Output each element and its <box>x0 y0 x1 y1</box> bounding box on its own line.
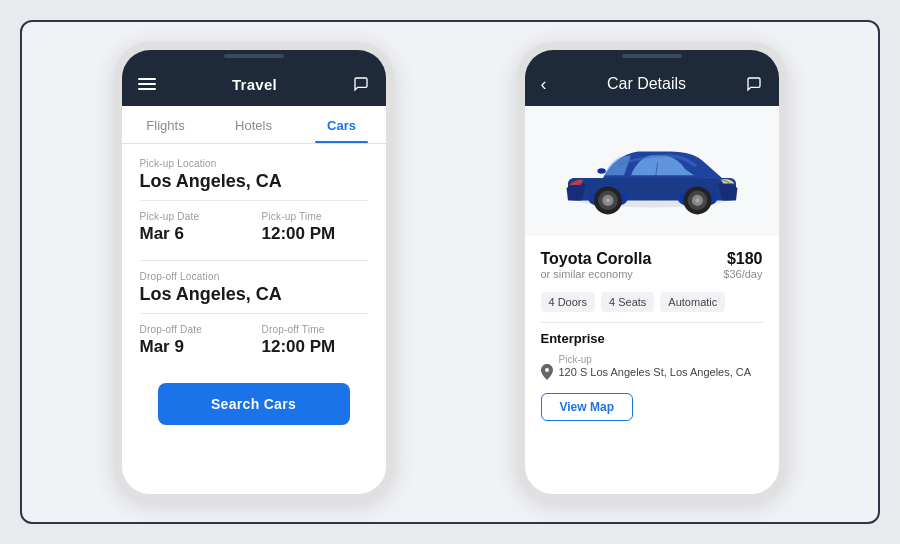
car-price-col: $180 $36/day <box>723 250 762 280</box>
feature-seats: 4 Seats <box>601 292 654 312</box>
chat-icon[interactable] <box>353 76 369 92</box>
chat-icon-right[interactable] <box>746 76 762 92</box>
pickup-details: Pick-up 120 S Los Angeles St, Los Angele… <box>559 354 752 380</box>
pickup-time-field: Pick-up Time 12:00 PM <box>262 211 368 252</box>
dropoff-time-field: Drop-off Time 12:00 PM <box>262 324 368 365</box>
tab-hotels[interactable]: Hotels <box>210 106 298 143</box>
car-features: 4 Doors 4 Seats Automatic <box>541 292 763 312</box>
pin-icon <box>541 364 553 383</box>
tab-cars[interactable]: Cars <box>298 106 386 143</box>
right-phone-title: Car Details <box>607 75 686 93</box>
car-image <box>547 122 757 220</box>
dropoff-date-field: Drop-off Date Mar 9 <box>140 324 246 365</box>
left-phone-title: Travel <box>232 76 277 93</box>
dropoff-datetime-row: Drop-off Date Mar 9 Drop-off Time 12:00 … <box>140 324 368 365</box>
svg-point-8 <box>695 198 699 202</box>
car-name-price-row: Toyota Corolla or similar economy $180 $… <box>541 250 763 290</box>
pickup-location-field: Pick-up Location Los Angeles, CA <box>140 158 368 192</box>
scene: Travel Flights Hotels Cars Pick-up Locat… <box>20 20 880 524</box>
tab-bar: Flights Hotels Cars <box>122 106 386 144</box>
left-notch <box>122 50 386 62</box>
back-button[interactable]: ‹ <box>541 74 547 95</box>
dropoff-location-field: Drop-off Location Los Angeles, CA <box>140 271 368 305</box>
feature-transmission: Automatic <box>660 292 725 312</box>
right-notch <box>525 50 779 62</box>
menu-icon[interactable] <box>138 78 156 90</box>
svg-point-12 <box>605 198 609 202</box>
svg-point-13 <box>597 168 605 174</box>
vendor-name: Enterprise <box>541 331 763 346</box>
search-cars-button[interactable]: Search Cars <box>158 383 350 425</box>
car-image-area <box>525 106 779 236</box>
pickup-info-row: Pick-up 120 S Los Angeles St, Los Angele… <box>541 354 763 383</box>
left-phone-header: Travel <box>122 62 386 106</box>
car-search-form: Pick-up Location Los Angeles, CA Pick-up… <box>122 144 386 439</box>
tab-flights[interactable]: Flights <box>122 106 210 143</box>
right-phone-header: ‹ Car Details <box>525 62 779 106</box>
feature-doors: 4 Doors <box>541 292 596 312</box>
car-name-col: Toyota Corolla or similar economy <box>541 250 652 290</box>
car-details-body: Toyota Corolla or similar economy $180 $… <box>525 236 779 435</box>
view-map-button[interactable]: View Map <box>541 393 633 421</box>
pickup-date-field: Pick-up Date Mar 6 <box>140 211 246 252</box>
left-phone: Travel Flights Hotels Cars Pick-up Locat… <box>114 42 394 502</box>
pickup-datetime-row: Pick-up Date Mar 6 Pick-up Time 12:00 PM <box>140 211 368 252</box>
right-phone: ‹ Car Details <box>517 42 787 502</box>
